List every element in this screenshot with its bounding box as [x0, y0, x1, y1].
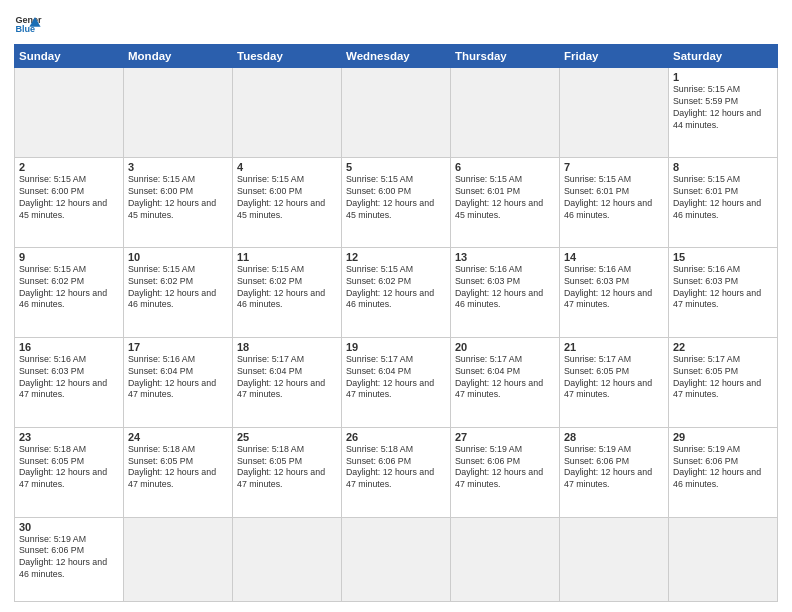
day-number: 26 [346, 431, 446, 443]
calendar-cell: 25Sunrise: 5:18 AMSunset: 6:05 PMDayligh… [233, 427, 342, 517]
calendar-header-row: SundayMondayTuesdayWednesdayThursdayFrid… [15, 45, 778, 68]
calendar-cell: 23Sunrise: 5:18 AMSunset: 6:05 PMDayligh… [15, 427, 124, 517]
calendar-cell [342, 517, 451, 601]
week-row: 30Sunrise: 5:19 AMSunset: 6:06 PMDayligh… [15, 517, 778, 601]
calendar-cell: 20Sunrise: 5:17 AMSunset: 6:04 PMDayligh… [451, 337, 560, 427]
calendar-body: 1Sunrise: 5:15 AMSunset: 5:59 PMDaylight… [15, 68, 778, 602]
day-info: Sunrise: 5:15 AMSunset: 6:01 PMDaylight:… [673, 174, 773, 222]
calendar-cell [451, 517, 560, 601]
calendar-cell: 13Sunrise: 5:16 AMSunset: 6:03 PMDayligh… [451, 247, 560, 337]
day-info: Sunrise: 5:16 AMSunset: 6:03 PMDaylight:… [564, 264, 664, 312]
day-number: 19 [346, 341, 446, 353]
day-number: 7 [564, 161, 664, 173]
calendar-cell [124, 517, 233, 601]
day-number: 24 [128, 431, 228, 443]
day-header-tuesday: Tuesday [233, 45, 342, 68]
day-header-wednesday: Wednesday [342, 45, 451, 68]
calendar-cell: 30Sunrise: 5:19 AMSunset: 6:06 PMDayligh… [15, 517, 124, 601]
calendar-cell: 1Sunrise: 5:15 AMSunset: 5:59 PMDaylight… [669, 68, 778, 158]
day-info: Sunrise: 5:15 AMSunset: 6:00 PMDaylight:… [237, 174, 337, 222]
calendar-cell: 29Sunrise: 5:19 AMSunset: 6:06 PMDayligh… [669, 427, 778, 517]
calendar-cell [233, 68, 342, 158]
day-info: Sunrise: 5:17 AMSunset: 6:04 PMDaylight:… [455, 354, 555, 402]
day-info: Sunrise: 5:15 AMSunset: 6:00 PMDaylight:… [19, 174, 119, 222]
calendar-cell: 19Sunrise: 5:17 AMSunset: 6:04 PMDayligh… [342, 337, 451, 427]
calendar-cell [560, 68, 669, 158]
day-number: 1 [673, 71, 773, 83]
day-number: 21 [564, 341, 664, 353]
calendar-cell: 28Sunrise: 5:19 AMSunset: 6:06 PMDayligh… [560, 427, 669, 517]
day-number: 5 [346, 161, 446, 173]
week-row: 9Sunrise: 5:15 AMSunset: 6:02 PMDaylight… [15, 247, 778, 337]
calendar-cell: 3Sunrise: 5:15 AMSunset: 6:00 PMDaylight… [124, 157, 233, 247]
week-row: 1Sunrise: 5:15 AMSunset: 5:59 PMDaylight… [15, 68, 778, 158]
day-number: 12 [346, 251, 446, 263]
day-info: Sunrise: 5:19 AMSunset: 6:06 PMDaylight:… [564, 444, 664, 492]
calendar-cell: 21Sunrise: 5:17 AMSunset: 6:05 PMDayligh… [560, 337, 669, 427]
day-number: 10 [128, 251, 228, 263]
day-info: Sunrise: 5:15 AMSunset: 6:00 PMDaylight:… [346, 174, 446, 222]
day-number: 2 [19, 161, 119, 173]
day-number: 14 [564, 251, 664, 263]
day-number: 30 [19, 521, 119, 533]
calendar-cell: 14Sunrise: 5:16 AMSunset: 6:03 PMDayligh… [560, 247, 669, 337]
calendar-cell: 22Sunrise: 5:17 AMSunset: 6:05 PMDayligh… [669, 337, 778, 427]
day-info: Sunrise: 5:15 AMSunset: 6:02 PMDaylight:… [346, 264, 446, 312]
day-number: 25 [237, 431, 337, 443]
day-info: Sunrise: 5:19 AMSunset: 6:06 PMDaylight:… [455, 444, 555, 492]
day-info: Sunrise: 5:15 AMSunset: 6:01 PMDaylight:… [455, 174, 555, 222]
day-info: Sunrise: 5:15 AMSunset: 6:00 PMDaylight:… [128, 174, 228, 222]
week-row: 2Sunrise: 5:15 AMSunset: 6:00 PMDaylight… [15, 157, 778, 247]
day-number: 28 [564, 431, 664, 443]
day-info: Sunrise: 5:19 AMSunset: 6:06 PMDaylight:… [19, 534, 119, 582]
day-info: Sunrise: 5:15 AMSunset: 5:59 PMDaylight:… [673, 84, 773, 132]
day-number: 23 [19, 431, 119, 443]
day-info: Sunrise: 5:16 AMSunset: 6:04 PMDaylight:… [128, 354, 228, 402]
calendar-cell [233, 517, 342, 601]
calendar-table: SundayMondayTuesdayWednesdayThursdayFrid… [14, 44, 778, 602]
calendar-cell: 16Sunrise: 5:16 AMSunset: 6:03 PMDayligh… [15, 337, 124, 427]
day-info: Sunrise: 5:16 AMSunset: 6:03 PMDaylight:… [19, 354, 119, 402]
day-number: 9 [19, 251, 119, 263]
day-number: 17 [128, 341, 228, 353]
calendar-cell: 26Sunrise: 5:18 AMSunset: 6:06 PMDayligh… [342, 427, 451, 517]
day-header-saturday: Saturday [669, 45, 778, 68]
day-info: Sunrise: 5:16 AMSunset: 6:03 PMDaylight:… [673, 264, 773, 312]
day-number: 22 [673, 341, 773, 353]
day-number: 8 [673, 161, 773, 173]
calendar-cell [15, 68, 124, 158]
calendar-cell: 4Sunrise: 5:15 AMSunset: 6:00 PMDaylight… [233, 157, 342, 247]
day-info: Sunrise: 5:18 AMSunset: 6:06 PMDaylight:… [346, 444, 446, 492]
day-number: 29 [673, 431, 773, 443]
calendar-cell: 24Sunrise: 5:18 AMSunset: 6:05 PMDayligh… [124, 427, 233, 517]
logo: General Blue [14, 10, 42, 38]
day-number: 20 [455, 341, 555, 353]
day-info: Sunrise: 5:16 AMSunset: 6:03 PMDaylight:… [455, 264, 555, 312]
logo-icon: General Blue [14, 10, 42, 38]
week-row: 23Sunrise: 5:18 AMSunset: 6:05 PMDayligh… [15, 427, 778, 517]
day-number: 18 [237, 341, 337, 353]
week-row: 16Sunrise: 5:16 AMSunset: 6:03 PMDayligh… [15, 337, 778, 427]
page: General Blue SundayMondayTuesdayWednesda… [0, 0, 792, 612]
calendar-cell: 15Sunrise: 5:16 AMSunset: 6:03 PMDayligh… [669, 247, 778, 337]
day-header-friday: Friday [560, 45, 669, 68]
day-number: 27 [455, 431, 555, 443]
calendar-cell: 8Sunrise: 5:15 AMSunset: 6:01 PMDaylight… [669, 157, 778, 247]
day-info: Sunrise: 5:18 AMSunset: 6:05 PMDaylight:… [19, 444, 119, 492]
day-number: 15 [673, 251, 773, 263]
calendar-cell: 5Sunrise: 5:15 AMSunset: 6:00 PMDaylight… [342, 157, 451, 247]
day-number: 4 [237, 161, 337, 173]
day-info: Sunrise: 5:15 AMSunset: 6:02 PMDaylight:… [19, 264, 119, 312]
calendar-cell: 11Sunrise: 5:15 AMSunset: 6:02 PMDayligh… [233, 247, 342, 337]
day-number: 13 [455, 251, 555, 263]
day-info: Sunrise: 5:18 AMSunset: 6:05 PMDaylight:… [237, 444, 337, 492]
calendar-cell: 9Sunrise: 5:15 AMSunset: 6:02 PMDaylight… [15, 247, 124, 337]
day-info: Sunrise: 5:17 AMSunset: 6:05 PMDaylight:… [673, 354, 773, 402]
calendar-cell: 2Sunrise: 5:15 AMSunset: 6:00 PMDaylight… [15, 157, 124, 247]
calendar-cell: 12Sunrise: 5:15 AMSunset: 6:02 PMDayligh… [342, 247, 451, 337]
calendar-cell: 17Sunrise: 5:16 AMSunset: 6:04 PMDayligh… [124, 337, 233, 427]
calendar-cell: 6Sunrise: 5:15 AMSunset: 6:01 PMDaylight… [451, 157, 560, 247]
day-info: Sunrise: 5:18 AMSunset: 6:05 PMDaylight:… [128, 444, 228, 492]
calendar-cell [342, 68, 451, 158]
day-number: 11 [237, 251, 337, 263]
